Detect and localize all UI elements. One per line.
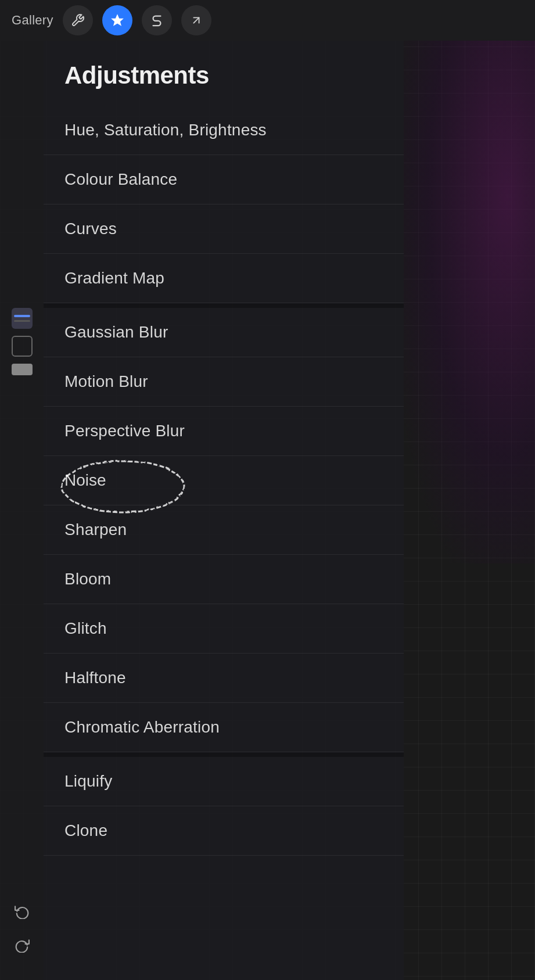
- menu-item-bloom[interactable]: Bloom: [44, 555, 404, 604]
- menu-item-hue-saturation-brightness[interactable]: Hue, Saturation, Brightness: [44, 106, 404, 155]
- rect-tool[interactable]: [12, 336, 33, 357]
- section-divider-2: [44, 752, 404, 757]
- menu-item-halftone[interactable]: Halftone: [44, 654, 404, 703]
- menu-item-chromatic-aberration[interactable]: Chromatic Aberration: [44, 703, 404, 752]
- export-button[interactable]: [181, 5, 211, 35]
- menu-item-gaussian-blur[interactable]: Gaussian Blur: [44, 308, 404, 357]
- menu-item-liquify[interactable]: Liquify: [44, 757, 404, 806]
- menu-item-curves[interactable]: Curves: [44, 204, 404, 254]
- svg-point-2: [62, 461, 184, 512]
- letter-s-button[interactable]: [142, 5, 172, 35]
- menu-item-noise[interactable]: Noise: [44, 456, 404, 505]
- panel-title: Adjustments: [44, 41, 404, 106]
- svg-marker-0: [111, 14, 124, 26]
- menu-item-clone[interactable]: Clone: [44, 806, 404, 856]
- gallery-button[interactable]: Gallery: [12, 13, 53, 28]
- section-divider-1: [44, 303, 404, 308]
- undo-button[interactable]: [10, 900, 34, 923]
- menu-item-perspective-blur[interactable]: Perspective Blur: [44, 407, 404, 456]
- sidebar-bottom-tools: [10, 900, 34, 980]
- purple-accent-decoration: [396, 41, 535, 563]
- menu-item-sharpen[interactable]: Sharpen: [44, 505, 404, 555]
- adjustments-panel: Adjustments Hue, Saturation, Brightness …: [44, 41, 404, 980]
- magic-button[interactable]: [102, 5, 132, 35]
- fill-rect-tool[interactable]: [12, 364, 33, 375]
- redo-button[interactable]: [10, 934, 34, 957]
- slider-line-active: [14, 315, 30, 317]
- slider-tool[interactable]: [12, 308, 33, 329]
- svg-line-1: [193, 17, 199, 23]
- menu-item-glitch[interactable]: Glitch: [44, 604, 404, 654]
- topbar: Gallery: [0, 0, 535, 41]
- left-sidebar: [0, 41, 44, 980]
- menu-item-motion-blur[interactable]: Motion Blur: [44, 357, 404, 407]
- slider-line-inactive: [14, 320, 30, 322]
- menu-item-colour-balance[interactable]: Colour Balance: [44, 155, 404, 204]
- wrench-button[interactable]: [63, 5, 93, 35]
- menu-item-gradient-map[interactable]: Gradient Map: [44, 254, 404, 303]
